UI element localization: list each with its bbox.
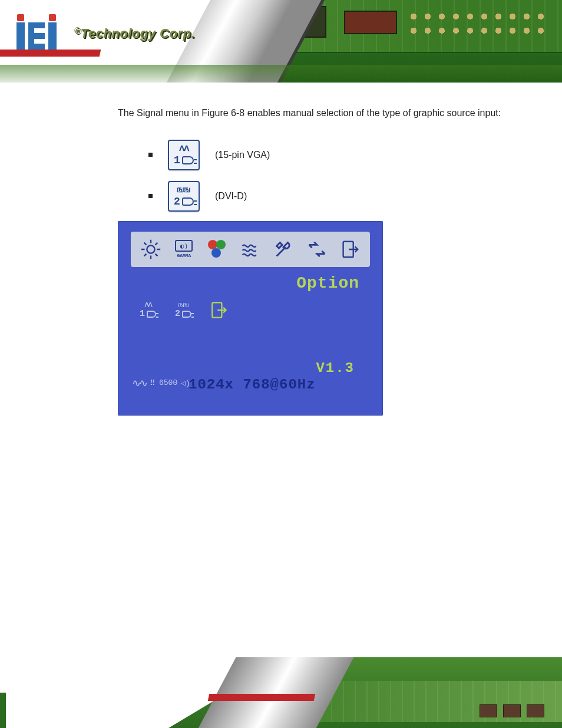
pcb-pads bbox=[409, 12, 544, 41]
screen-adjust-icon bbox=[237, 236, 263, 262]
banner-red-stripe bbox=[0, 50, 101, 57]
footer-red-stripe bbox=[208, 694, 316, 701]
brand-text: ®Technology Corp. bbox=[74, 26, 195, 41]
osd-exit-option-icon bbox=[206, 298, 231, 322]
banner-fade bbox=[0, 65, 562, 83]
osd-source-2-icon: ஙங 2 bbox=[171, 298, 196, 322]
signal-source-2-icon: ஙங 2 bbox=[168, 181, 200, 212]
footer-left-edge bbox=[0, 693, 6, 728]
bullet-marker-icon bbox=[148, 194, 153, 198]
bullet-marker-icon bbox=[148, 153, 153, 157]
osd-option-row: ᴧᴧ 1 ஙங 2 bbox=[135, 298, 231, 322]
document-page: ®Technology Corp. The Signal menu in Fig… bbox=[0, 0, 562, 728]
iei-logo bbox=[16, 18, 66, 50]
footer-chips bbox=[480, 704, 544, 717]
footer-banner bbox=[0, 657, 562, 728]
brightness-icon bbox=[138, 236, 164, 262]
intro-paragraph: The Signal menu in Figure 6-8 enables ma… bbox=[118, 103, 509, 123]
osd-version: V1.3 bbox=[316, 360, 355, 376]
signal-source-1-icon: ᴧᴧ 1 bbox=[168, 140, 200, 170]
svg-point-0 bbox=[147, 245, 154, 253]
input-output-icon bbox=[304, 236, 330, 262]
bullet-item-dvi: ஙங 2 (DVI-D) bbox=[148, 180, 509, 213]
osd-menu-bar: ◐)GAMMA bbox=[131, 232, 370, 267]
color-rgb-icon bbox=[204, 236, 230, 262]
osd-source-1-icon: ᴧᴧ 1 bbox=[135, 298, 160, 322]
bullet-list: ᴧᴧ 1 (15-pin VGA) ஙங 2 (DVI-D) bbox=[148, 139, 509, 213]
bullet-label: (15-pin VGA) bbox=[215, 150, 270, 160]
osd-menu-title: Option bbox=[296, 274, 359, 292]
brand-logo-block: ®Technology Corp. bbox=[16, 18, 195, 50]
tools-icon bbox=[270, 236, 296, 262]
bullet-label: (DVI-D) bbox=[215, 191, 247, 202]
osd-resolution: 1024x 768@60Hz bbox=[189, 377, 316, 393]
header-banner: ®Technology Corp. bbox=[0, 0, 562, 83]
exit-icon bbox=[337, 236, 363, 262]
osd-status-icons: ∿∿⠿6500◁)) bbox=[132, 377, 195, 390]
gamma-icon: ◐)GAMMA bbox=[171, 236, 197, 262]
bullet-item-vga: ᴧᴧ 1 (15-pin VGA) bbox=[148, 139, 509, 172]
osd-figure: ◐)GAMMA bbox=[118, 221, 383, 416]
footer-dot bbox=[37, 704, 41, 709]
content-area: The Signal menu in Figure 6-8 enables ma… bbox=[118, 103, 509, 416]
